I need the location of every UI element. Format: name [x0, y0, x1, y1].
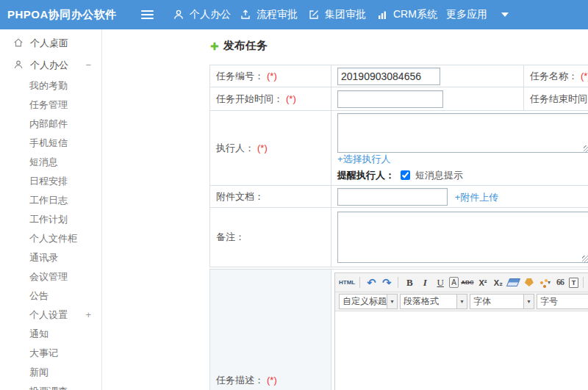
nav-crm-system[interactable]: CRM系统	[376, 0, 437, 29]
sidebar-item-schedule[interactable]: 日程安排	[0, 172, 101, 191]
rich-text-editor: HTML ↶ ↷ B I U A ABC X² X₂	[334, 272, 588, 390]
user-icon	[13, 59, 24, 72]
choose-executor-link[interactable]: +选择执行人	[337, 154, 391, 165]
blockquote-button[interactable]: 66	[553, 275, 567, 290]
attachment-upload-link[interactable]: +附件上传	[455, 192, 499, 203]
caret-down-icon: ▾	[523, 295, 534, 308]
bold-button[interactable]: B	[403, 275, 416, 290]
auto-format-button[interactable]: ▾	[538, 275, 551, 290]
sidebar-item-mobile-sms[interactable]: 手机短信	[0, 134, 101, 153]
workflow-icon	[240, 9, 251, 21]
expand-icon[interactable]: +	[85, 306, 91, 325]
paste-button[interactable]: T	[569, 278, 578, 288]
resize-grip-icon[interactable]	[584, 145, 588, 152]
caret-down-icon: ▾	[456, 295, 467, 308]
page-title: 发布任务	[223, 39, 268, 53]
phpoa-app: PHPOA协同办公软件 个人办公 流程审批	[0, 0, 588, 390]
sidebar-item-events[interactable]: 大事记	[0, 344, 101, 363]
strikethrough-button[interactable]: ABC	[461, 275, 474, 290]
attachment-label-cell: 附件文档：	[210, 186, 331, 208]
custom-heading-select[interactable]: 自定义标题 ▾	[339, 294, 398, 309]
sidebar-item-announcement[interactable]: 公告	[0, 286, 101, 306]
top-navbar: PHPOA协同办公软件 个人办公 流程审批	[0, 0, 588, 29]
page-header: ✚ 发布任务	[210, 39, 268, 53]
app-logo: PHPOA协同办公软件	[7, 0, 117, 29]
eraser-icon	[506, 278, 520, 286]
end-time-label-cell: 任务结束时间：(*)	[524, 87, 588, 111]
sidebar-item-personal-office[interactable]: 个人办公 −	[0, 54, 101, 76]
eraser-button[interactable]	[507, 275, 520, 290]
remind-executor-label: 提醒执行人：	[337, 169, 395, 182]
sidebar-item-attendance[interactable]: 我的考勤	[0, 76, 101, 95]
sidebar-item-personal-settings[interactable]: 个人设置 +	[0, 306, 101, 325]
font-size-select[interactable]: 字号 ▾	[537, 294, 588, 309]
remark-label-cell: 备注：	[210, 208, 331, 267]
attachment-input[interactable]	[337, 188, 448, 206]
menu-toggle-icon[interactable]	[141, 10, 154, 20]
italic-button[interactable]: I	[418, 275, 431, 290]
font-family-select[interactable]: 字体 ▾	[470, 294, 534, 309]
sidebar-item-personal-desktop[interactable]: 个人桌面	[0, 32, 101, 54]
sidebar-item-partial[interactable]: 投票调查	[0, 382, 101, 390]
editor-content-area[interactable]	[335, 311, 588, 390]
sidebar-submenu: 我的考勤 任务管理 内部邮件 手机短信 短消息 日程安排 工作日志 工作计划 个…	[0, 76, 101, 390]
sidebar-item-task-management[interactable]: 任务管理	[0, 95, 101, 115]
task-number-input[interactable]	[337, 68, 440, 85]
plus-icon: ✚	[210, 40, 219, 52]
subscript-button[interactable]: X₂	[492, 275, 505, 290]
paragraph-format-select[interactable]: 段落格式 ▾	[400, 294, 467, 309]
collapse-icon[interactable]: −	[85, 54, 91, 76]
caret-down-icon: ▾	[387, 295, 397, 308]
task-name-label-cell: 任务名称：(*)	[524, 65, 588, 87]
format-brush-button[interactable]	[523, 275, 536, 290]
caret-down-icon	[501, 12, 509, 17]
brush-icon	[525, 278, 534, 286]
editor-toolbar-row2: 自定义标题 ▾ 段落格式 ▾ 字体 ▾	[335, 292, 588, 311]
nav-workflow-approval[interactable]: 流程审批	[240, 0, 298, 29]
home-icon	[13, 37, 24, 50]
task-number-label-cell: 任务编号：(*)	[210, 65, 331, 87]
sidebar-item-work-plan[interactable]: 工作计划	[0, 210, 101, 229]
superscript-button[interactable]: X²	[476, 275, 490, 290]
sidebar-item-work-log[interactable]: 工作日志	[0, 191, 101, 210]
undo-button[interactable]: ↶	[365, 275, 378, 290]
start-time-label-cell: 任务开始时间：(*)	[210, 87, 331, 111]
sparkle-icon	[540, 281, 543, 284]
sidebar-item-contacts[interactable]: 通讯录	[0, 248, 101, 267]
executor-label-cell: 执行人：(*)	[210, 111, 331, 186]
sidebar: 个人桌面 个人办公 − 我的考勤 任务管理 内部邮件 手机短信 短消息 日程安排…	[0, 29, 102, 390]
publish-task-form: 任务编号：(*) 任务名称：(*) 任务开始时间：(*) 任务结束时间	[209, 65, 588, 390]
underline-button[interactable]: U	[434, 275, 447, 290]
nav-group-approval[interactable]: 集团审批	[308, 0, 366, 29]
sidebar-item-internal-mail[interactable]: 内部邮件	[0, 115, 101, 134]
redo-button[interactable]: ↷	[380, 275, 393, 290]
font-border-button[interactable]: A	[449, 277, 459, 288]
resize-grip-icon[interactable]	[582, 256, 588, 262]
user-icon	[173, 9, 184, 21]
html-source-button[interactable]: HTML	[339, 275, 355, 290]
edit-icon	[308, 9, 320, 21]
sms-remind-label: 短消息提示	[415, 169, 463, 182]
sidebar-item-news[interactable]: 新闻	[0, 363, 101, 382]
sms-remind-checkbox[interactable]	[401, 170, 410, 180]
editor-toolbar-row1: HTML ↶ ↷ B I U A ABC X² X₂	[335, 273, 588, 292]
executor-textarea[interactable]	[337, 113, 588, 153]
sidebar-item-file-cabinet[interactable]: 个人文件柜	[0, 229, 101, 248]
start-time-input[interactable]	[337, 90, 443, 108]
sidebar-item-notifications[interactable]: 通知	[0, 325, 101, 344]
nav-personal-office[interactable]: 个人办公	[173, 0, 231, 29]
bar-chart-icon	[376, 9, 388, 21]
remark-textarea[interactable]	[337, 212, 588, 263]
sidebar-item-meeting-management[interactable]: 会议管理	[0, 267, 101, 286]
nav-more-apps[interactable]: 更多应用	[446, 0, 509, 29]
sidebar-item-short-message[interactable]: 短消息	[0, 153, 101, 172]
task-description-label-cell: 任务描述：(*)	[210, 270, 331, 390]
